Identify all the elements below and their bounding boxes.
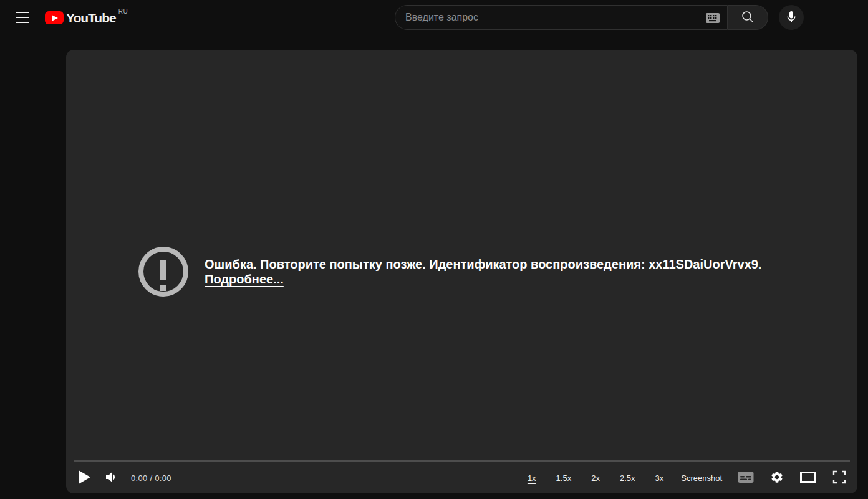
gear-icon (770, 470, 784, 486)
error-details-link[interactable]: Подробнее... (205, 272, 284, 287)
youtube-play-icon (45, 11, 64, 24)
theater-mode-icon (800, 471, 816, 485)
search-area (395, 5, 768, 30)
search-button[interactable] (728, 5, 768, 30)
youtube-logo[interactable]: YouTube RU (45, 9, 128, 26)
seek-bar[interactable] (74, 460, 850, 462)
search-input[interactable] (395, 6, 727, 29)
fullscreen-button[interactable] (824, 465, 849, 490)
search-icon (740, 9, 755, 26)
virtual-keyboard-icon[interactable] (705, 12, 721, 24)
error-exclamation-icon (138, 247, 188, 297)
settings-button[interactable] (762, 465, 792, 490)
microphone-icon (784, 9, 799, 26)
player-error-panel: Ошибка. Повторите попытку позже. Идентиф… (138, 247, 761, 297)
speed-button-3x[interactable]: 3x (645, 465, 674, 490)
fullscreen-icon (832, 470, 846, 486)
video-player: Ошибка. Повторите попытку позже. Идентиф… (66, 50, 857, 493)
error-text-block: Ошибка. Повторите попытку позже. Идентиф… (205, 257, 761, 287)
play-button[interactable] (75, 465, 97, 490)
error-message: Ошибка. Повторите попытку позже. Идентиф… (205, 257, 761, 272)
theater-mode-button[interactable] (792, 465, 824, 490)
hamburger-icon (16, 12, 29, 13)
screenshot-button[interactable]: Screenshot (673, 465, 730, 490)
speed-button-2x[interactable]: 2x (581, 465, 610, 490)
volume-button[interactable] (97, 465, 125, 490)
search-box (395, 5, 728, 30)
right-controls: 1x 1.5x 2x 2.5x 3x Screenshot (518, 465, 849, 490)
top-app-bar: YouTube RU (0, 0, 868, 35)
logo-country-code: RU (118, 8, 128, 15)
speed-button-1-5x[interactable]: 1.5x (546, 465, 582, 490)
volume-icon (104, 470, 118, 487)
speed-button-2-5x[interactable]: 2.5x (610, 465, 645, 490)
play-icon (77, 470, 91, 487)
logo-wordmark: YouTube (66, 11, 116, 26)
subtitles-button[interactable] (730, 465, 762, 490)
time-display: 0:00 / 0:00 (131, 473, 171, 483)
guide-menu-button[interactable] (10, 5, 35, 30)
subtitles-icon (738, 471, 754, 485)
player-controls-bar: 0:00 / 0:00 1x 1.5x 2x 2.5x 3x Screensho… (66, 463, 857, 492)
voice-search-button[interactable] (779, 5, 804, 30)
speed-button-1x[interactable]: 1x (518, 465, 546, 490)
